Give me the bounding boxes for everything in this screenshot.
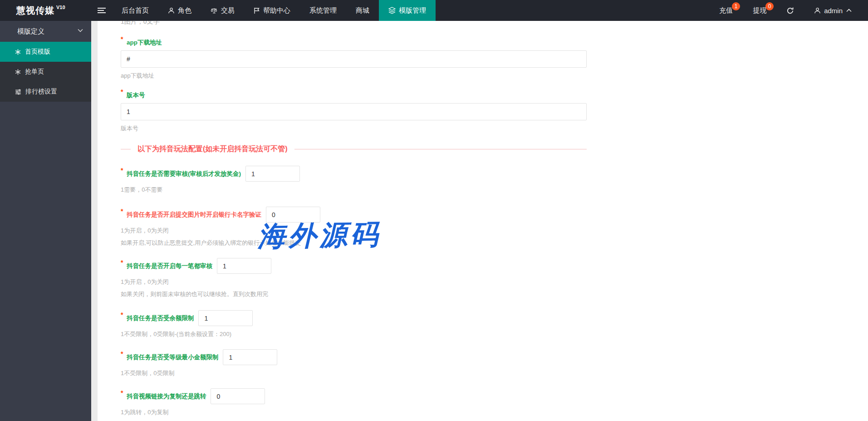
asterisk-icon: [15, 49, 21, 55]
field-helper: app下载地址: [121, 72, 868, 80]
sidebar-item-label: 排行榜设置: [25, 88, 57, 96]
divider-line: [121, 149, 131, 149]
divider-line: [294, 149, 587, 149]
required-asterisk: *: [121, 88, 123, 95]
nav-item-dashboard[interactable]: 后台首页: [112, 0, 158, 21]
nav-item-transactions[interactable]: 交易: [201, 0, 244, 21]
sidebar-item-label: 抢单页: [25, 68, 44, 76]
brand-name: 慧视传媒: [16, 5, 54, 17]
field-helper: 1不受限制，0受限制-(当前余额设置：200): [121, 330, 868, 338]
scales-icon: [211, 7, 218, 14]
main-nav: 后台首页 角色 交易: [112, 0, 436, 21]
required-asterisk: *: [121, 311, 123, 318]
nav-item-label: 角色: [178, 6, 191, 15]
layers-icon: [388, 7, 396, 14]
top-navbar: 慧视传媒 V10 后台首页 角色: [0, 0, 868, 21]
field-helper: 1为开启，0为关闭: [121, 278, 868, 286]
review-each-order-input[interactable]: [217, 258, 271, 274]
user-menu[interactable]: admin: [804, 0, 862, 21]
field-review-each-order: * 抖音任务是否开启每一笔都审核: [121, 258, 868, 274]
chevron-up-icon: [846, 9, 852, 12]
douyin-section-divider: 以下为抖音玩法配置(如未开启抖音玩法可不管): [121, 144, 587, 154]
field-helper: 如果关闭，则前面未审核的也可以继续抢。直到次数用完: [121, 290, 868, 298]
nav-item-system[interactable]: 系统管理: [300, 0, 346, 21]
field-helper: 1为跳转，0为复制: [121, 408, 868, 416]
user-icon: [168, 7, 175, 14]
video-link-mode-input[interactable]: [211, 388, 265, 404]
field-helper: 1为开启，0为关闭: [121, 227, 868, 235]
recharge-badge: 1: [732, 2, 740, 10]
header-right-group: 充值 1 提现 0: [709, 0, 868, 21]
required-asterisk: *: [121, 350, 123, 357]
sidebar-group-template-define[interactable]: 模版定义: [0, 21, 91, 42]
field-label: 抖音任务是否开启提交图片时开启银行卡名字验证: [127, 211, 261, 218]
sidebar-item-home-template[interactable]: 首页模版: [0, 42, 91, 62]
scrollbar-track[interactable]: [91, 21, 98, 421]
chevron-down-icon: [78, 29, 83, 32]
recharge-label: 充值: [719, 6, 733, 15]
field-version: * 版本号 版本号: [121, 91, 868, 133]
withdraw-badge: 0: [765, 2, 774, 10]
douyin-review-input[interactable]: [245, 166, 300, 182]
field-label: 抖音任务是否受等级最小金额限制: [127, 354, 219, 361]
sidebar-toggle-button[interactable]: [91, 0, 112, 21]
field-app-download-url: * app下载地址 app下载地址: [121, 38, 868, 80]
field-balance-limit: * 抖音任务是否受余额限制: [121, 310, 868, 326]
recharge-button[interactable]: 充值 1: [709, 0, 743, 21]
username-label: admin: [824, 7, 843, 15]
app-root: 慧视传媒 V10 后台首页 角色: [0, 0, 868, 421]
sidebar-item-ranking-settings[interactable]: 排行榜设置: [0, 82, 91, 102]
bankcard-verify-input[interactable]: [266, 207, 320, 223]
level-min-amount-limit-input[interactable]: [223, 349, 277, 365]
required-asterisk: *: [121, 35, 123, 43]
brand-logo: 慧视传媒 V10: [0, 0, 91, 21]
nav-item-label: 商城: [356, 6, 369, 15]
field-level-min-amount-limit: * 抖音任务是否受等级最小金额限制: [121, 349, 868, 365]
main-content: 1图片，0文字 * app下载地址 app下载地址 * 版本号 版本号: [98, 21, 868, 421]
balance-limit-input[interactable]: [198, 310, 253, 326]
field-label: 抖音任务是否受余额限制: [127, 315, 194, 322]
sidebar: 模版定义 首页模版: [0, 21, 91, 421]
field-label: 抖音任务是否开启每一笔都审核: [127, 263, 212, 269]
sidebar-item-grab-order-page[interactable]: 抢单页: [0, 62, 91, 82]
nav-item-templates[interactable]: 模版管理: [379, 0, 436, 21]
field-bankcard-verify: * 抖音任务是否开启提交图片时开启银行卡名字验证: [121, 207, 868, 223]
required-asterisk: *: [121, 208, 123, 215]
field-helper: 如果开启,可以防止恶意提交,用户必须输入绑定的银行卡姓名才能提交: [121, 239, 868, 247]
template-config-form: 1图片，0文字 * app下载地址 app下载地址 * 版本号 版本号: [98, 21, 868, 421]
field-label: app下载地址: [127, 39, 162, 46]
hamburger-icon: [98, 7, 106, 14]
flag-icon: [254, 7, 260, 14]
required-asterisk: *: [121, 167, 123, 174]
nav-item-roles[interactable]: 角色: [158, 0, 201, 21]
clipped-helper-text: 1图片，0文字: [121, 21, 868, 26]
brand-version: V10: [56, 5, 65, 10]
user-icon: [814, 7, 821, 14]
sidebar-submenu: 首页模版 抢单页 排行榜设置: [0, 42, 91, 102]
withdraw-label: 提现: [753, 6, 766, 15]
field-label: 抖音任务是否需要审核(审核后才发放奖金): [127, 170, 241, 177]
nav-item-label: 系统管理: [309, 6, 337, 15]
nav-item-label: 交易: [221, 6, 235, 15]
field-label: 版本号: [127, 92, 145, 99]
field-helper: 1需要，0不需要: [121, 186, 868, 194]
nav-item-mall[interactable]: 商城: [346, 0, 379, 21]
field-label: 抖音视频链接为复制还是跳转: [127, 393, 206, 400]
sliders-icon: [15, 89, 21, 95]
refresh-button[interactable]: [776, 0, 804, 21]
nav-item-label: 后台首页: [122, 6, 149, 15]
field-douyin-review: * 抖音任务是否需要审核(审核后才发放奖金): [121, 166, 868, 182]
version-input[interactable]: [121, 103, 587, 120]
required-asterisk: *: [121, 259, 123, 266]
nav-item-help-center[interactable]: 帮助中心: [244, 0, 300, 21]
refresh-icon: [786, 7, 794, 15]
field-helper: 1不受限制，0受限制: [121, 369, 868, 377]
nav-item-label: 模版管理: [399, 6, 426, 15]
sidebar-group-label: 模版定义: [17, 27, 44, 36]
app-download-url-input[interactable]: [121, 50, 587, 68]
field-helper: 版本号: [121, 124, 868, 133]
field-video-link-mode: * 抖音视频链接为复制还是跳转: [121, 388, 868, 404]
asterisk-icon: [15, 69, 21, 75]
divider-title: 以下为抖音玩法配置(如未开启抖音玩法可不管): [137, 144, 288, 154]
withdraw-button[interactable]: 提现 0: [743, 0, 776, 21]
